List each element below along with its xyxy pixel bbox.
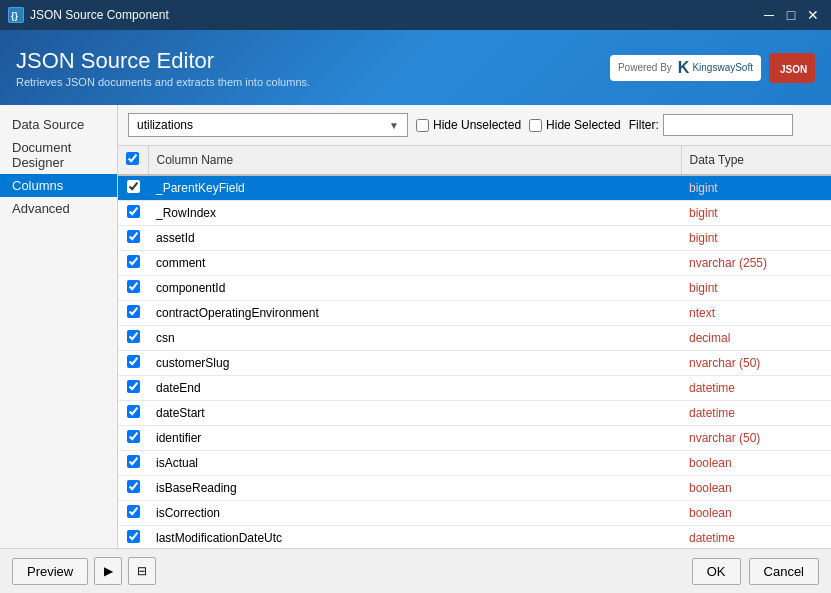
close-button[interactable]: ✕ [803, 5, 823, 25]
row-column-name: dateEnd [148, 376, 681, 401]
main-layout: Data Source Document Designer Columns Ad… [0, 105, 831, 548]
footer-right: OK Cancel [692, 558, 819, 585]
col-header-check [118, 146, 148, 175]
dropdown-value: utilizations [137, 118, 193, 132]
row-checkbox[interactable] [127, 405, 140, 418]
columns-table: Column Name Data Type _ParentKeyFieldbig… [118, 146, 831, 548]
ok-button[interactable]: OK [692, 558, 741, 585]
hide-selected-group: Hide Selected [529, 118, 621, 132]
dropdown-arrow-icon: ▼ [389, 120, 399, 131]
row-checkbox[interactable] [127, 255, 140, 268]
sidebar-item-columns[interactable]: Columns [0, 174, 117, 197]
row-column-name: isCorrection [148, 501, 681, 526]
filter-input[interactable] [663, 114, 793, 136]
row-column-name: csn [148, 326, 681, 351]
minimize-button[interactable]: ─ [759, 5, 779, 25]
maximize-button[interactable]: □ [781, 5, 801, 25]
table-row[interactable]: dateStartdatetime [118, 401, 831, 426]
row-data-type: datetime [681, 376, 831, 401]
row-data-type: datetime [681, 526, 831, 549]
row-checkbox-cell [118, 276, 148, 301]
table-row[interactable]: identifiernvarchar (50) [118, 426, 831, 451]
row-data-type: bigint [681, 175, 831, 201]
row-checkbox[interactable] [127, 380, 140, 393]
hide-unselected-label[interactable]: Hide Unselected [433, 118, 521, 132]
sidebar: Data Source Document Designer Columns Ad… [0, 105, 118, 548]
row-checkbox-cell [118, 251, 148, 276]
header: JSON Source Editor Retrieves JSON docume… [0, 30, 831, 105]
table-row[interactable]: dateEnddatetime [118, 376, 831, 401]
hide-unselected-checkbox[interactable] [416, 119, 429, 132]
row-checkbox-cell [118, 451, 148, 476]
row-checkbox-cell [118, 201, 148, 226]
app-icon: {} [8, 7, 24, 23]
table-row[interactable]: customerSlugnvarchar (50) [118, 351, 831, 376]
row-checkbox[interactable] [127, 180, 140, 193]
filter-label: Filter: [629, 118, 659, 132]
table-body: _ParentKeyFieldbigint_RowIndexbigintasse… [118, 175, 831, 548]
row-data-type: bigint [681, 276, 831, 301]
row-checkbox[interactable] [127, 280, 140, 293]
row-column-name: contractOperatingEnvironment [148, 301, 681, 326]
row-checkbox[interactable] [127, 455, 140, 468]
row-data-type: decimal [681, 326, 831, 351]
powered-by-badge: Powered By K KingswaySoft [610, 55, 761, 81]
source-dropdown[interactable]: utilizations ▼ [128, 113, 408, 137]
row-checkbox[interactable] [127, 430, 140, 443]
cancel-button[interactable]: Cancel [749, 558, 819, 585]
table-row[interactable]: csndecimal [118, 326, 831, 351]
row-checkbox[interactable] [127, 505, 140, 518]
row-column-name: dateStart [148, 401, 681, 426]
row-column-name: customerSlug [148, 351, 681, 376]
row-data-type: boolean [681, 476, 831, 501]
icon-button-2[interactable]: ⊟ [128, 557, 156, 585]
table-row[interactable]: contractOperatingEnvironmentntext [118, 301, 831, 326]
row-checkbox[interactable] [127, 480, 140, 493]
table-row[interactable]: _RowIndexbigint [118, 201, 831, 226]
row-checkbox[interactable] [127, 305, 140, 318]
row-column-name: lastModificationDateUtc [148, 526, 681, 549]
table-row[interactable]: isBaseReadingboolean [118, 476, 831, 501]
row-checkbox-cell [118, 426, 148, 451]
footer: Preview ▶ ⊟ OK Cancel [0, 548, 831, 593]
row-checkbox-cell [118, 326, 148, 351]
row-checkbox-cell [118, 376, 148, 401]
row-column-name: comment [148, 251, 681, 276]
hide-selected-label[interactable]: Hide Selected [546, 118, 621, 132]
content-panel: utilizations ▼ Hide Unselected Hide Sele… [118, 105, 831, 548]
json-badge: JSON [769, 53, 815, 83]
row-column-name: _RowIndex [148, 201, 681, 226]
table-row[interactable]: assetIdbigint [118, 226, 831, 251]
row-column-name: isBaseReading [148, 476, 681, 501]
row-checkbox[interactable] [127, 355, 140, 368]
row-checkbox[interactable] [127, 205, 140, 218]
table-row[interactable]: isCorrectionboolean [118, 501, 831, 526]
table-row[interactable]: isActualboolean [118, 451, 831, 476]
editor-subtitle: Retrieves JSON documents and extracts th… [16, 76, 310, 88]
row-column-name: _ParentKeyField [148, 175, 681, 201]
hide-selected-checkbox[interactable] [529, 119, 542, 132]
sidebar-item-document-designer[interactable]: Document Designer [0, 136, 117, 174]
row-checkbox[interactable] [127, 330, 140, 343]
row-checkbox-cell [118, 401, 148, 426]
sidebar-item-data-source[interactable]: Data Source [0, 113, 117, 136]
list-icon: ⊟ [137, 564, 147, 578]
row-data-type: datetime [681, 401, 831, 426]
table-row[interactable]: commentnvarchar (255) [118, 251, 831, 276]
columns-table-container: Column Name Data Type _ParentKeyFieldbig… [118, 146, 831, 548]
row-data-type: boolean [681, 501, 831, 526]
select-all-checkbox[interactable] [126, 152, 139, 165]
table-row[interactable]: lastModificationDateUtcdatetime [118, 526, 831, 549]
play-icon: ▶ [104, 564, 113, 578]
icon-button-1[interactable]: ▶ [94, 557, 122, 585]
row-data-type: bigint [681, 226, 831, 251]
table-row[interactable]: componentIdbigint [118, 276, 831, 301]
sidebar-item-advanced[interactable]: Advanced [0, 197, 117, 220]
row-checkbox[interactable] [127, 530, 140, 543]
row-data-type: ntext [681, 301, 831, 326]
row-checkbox-cell [118, 476, 148, 501]
table-row[interactable]: _ParentKeyFieldbigint [118, 175, 831, 201]
row-data-type: nvarchar (50) [681, 426, 831, 451]
row-checkbox[interactable] [127, 230, 140, 243]
preview-button[interactable]: Preview [12, 558, 88, 585]
